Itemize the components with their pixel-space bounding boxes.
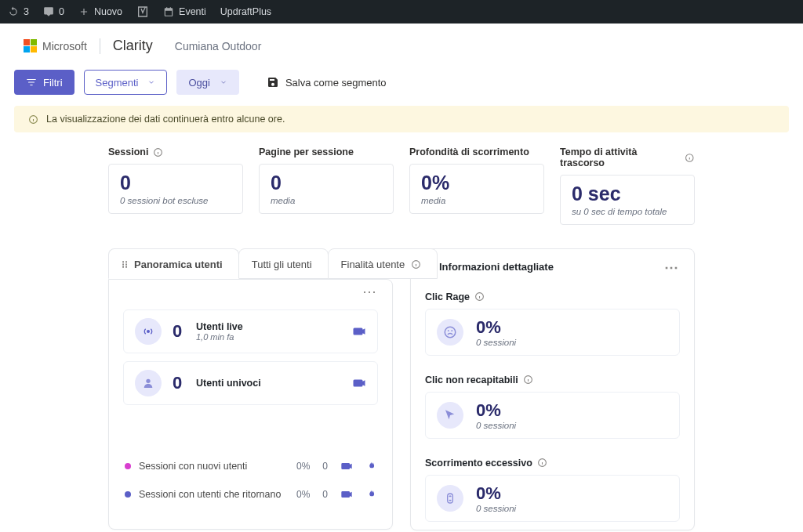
calendar-icon [163, 6, 174, 17]
metric-card[interactable]: 0 0 sessioni bot escluse [108, 164, 243, 214]
ms-logo-icon [24, 39, 37, 52]
wp-yoast[interactable] [136, 5, 149, 18]
camera-icon[interactable] [352, 324, 366, 338]
insights-panel: ⁝⁝ Informazioni dettagliate ⋯ Clic Rage … [410, 248, 695, 530]
wp-comments[interactable]: 0 [43, 6, 64, 17]
wp-updraft-label: UpdraftPlus [220, 6, 271, 17]
tab-overview[interactable]: ⁝⁝ Panoramica utenti [108, 248, 239, 279]
users-panel: ⁝⁝ Panoramica utenti Tutti gli utenti Fi… [108, 248, 393, 530]
metric-card[interactable]: 0 sec su 0 sec di tempo totale [560, 175, 695, 225]
insight-card[interactable]: 0% 0 sessioni [425, 392, 680, 439]
more-menu[interactable]: ⋯ [362, 284, 378, 299]
filters-button[interactable]: Filtri [14, 70, 74, 95]
ms-label: Microsoft [42, 40, 87, 52]
users-tabs: ⁝⁝ Panoramica utenti Tutti gli utenti Fi… [108, 248, 393, 279]
date-range-label: Oggi [188, 77, 209, 89]
metric-value: 0% [421, 172, 532, 194]
svg-rect-10 [448, 494, 453, 503]
tab-label: Tutti gli utenti [252, 259, 312, 270]
live-sub: 1,0 min fa [196, 332, 243, 342]
wp-new[interactable]: Nuovo [78, 6, 122, 17]
fire-icon[interactable] [365, 489, 376, 500]
fire-icon[interactable] [365, 461, 376, 472]
tab-user-intent[interactable]: Finalità utente [328, 248, 438, 279]
svg-point-7 [445, 327, 456, 338]
insight-label: Clic Rage [425, 291, 470, 302]
more-menu[interactable]: ⋯ [664, 260, 680, 274]
wp-updraft[interactable]: UpdraftPlus [220, 6, 271, 17]
clarity-header: Microsoft Clarity Cumiana Outdoor [0, 24, 803, 59]
insight-label: Clic non recapitabili [425, 375, 518, 385]
scroll-icon [437, 485, 463, 512]
info-icon[interactable] [685, 153, 695, 163]
info-icon[interactable] [537, 458, 547, 468]
segments-button[interactable]: Segmenti [84, 70, 168, 95]
insight-card[interactable]: 0% 0 sessioni [425, 309, 680, 356]
rage-icon [437, 319, 463, 346]
save-segment-button[interactable]: Salva come segmento [255, 70, 398, 95]
info-icon [411, 259, 421, 270]
legend-dot [125, 491, 131, 498]
svg-point-5 [146, 378, 150, 382]
metric-value: 0 sec [572, 183, 683, 205]
save-segment-label: Salva come segmento [285, 77, 387, 89]
project-name[interactable]: Cumiana Outdoor [175, 40, 262, 52]
metric-label: Pagine per sessione [259, 147, 354, 157]
metric-sub: su 0 sec di tempo totale [572, 207, 683, 216]
metric-label: Profondità di scorrimento [409, 147, 529, 157]
save-icon [267, 76, 279, 89]
chevron-down-icon [147, 78, 155, 86]
insight-excessive-scroll: Scorrimento eccessivo 0% 0 sessioni [411, 447, 694, 530]
live-label: Utenti live [196, 321, 243, 332]
product-name: Clarity [113, 38, 153, 54]
legend-n: 0 [322, 489, 328, 500]
comment-icon [43, 6, 54, 17]
metric-sub: media [421, 196, 532, 205]
camera-icon[interactable] [340, 460, 353, 472]
info-icon[interactable] [523, 375, 533, 385]
date-range-button[interactable]: Oggi [176, 70, 238, 95]
legend-label: Sessioni con utenti che ritornano [139, 489, 281, 500]
insight-value: 0% [476, 317, 516, 338]
camera-icon[interactable] [340, 488, 353, 501]
grip-icon: ⁝⁝ [122, 259, 128, 270]
insight-dead-clicks: Clic non recapitabili 0% 0 sessioni [411, 364, 694, 447]
info-icon[interactable] [153, 147, 163, 157]
wp-events[interactable]: Eventi [163, 6, 206, 17]
camera-icon[interactable] [352, 376, 366, 390]
insight-value: 0% [476, 400, 516, 421]
wp-updates[interactable]: 3 [8, 6, 29, 17]
legend-pct: 0% [296, 489, 310, 500]
panels-row: ⁝⁝ Panoramica utenti Tutti gli utenti Fi… [108, 248, 695, 530]
legend-n: 0 [322, 461, 328, 472]
insight-card[interactable]: 0% 0 sessioni [425, 475, 680, 522]
metric-value: 0 [271, 172, 382, 194]
user-icon [135, 370, 162, 396]
insight-sub: 0 sessioni [476, 504, 516, 513]
metric-sub: media [271, 196, 382, 205]
insight-rage-clicks: Clic Rage 0% 0 sessioni [411, 280, 694, 364]
tab-all-users[interactable]: Tutti gli utenti [238, 248, 329, 279]
wp-updates-count: 3 [24, 6, 29, 17]
cursor-icon [437, 402, 463, 429]
unique-users-row: 0 Utenti univoci [123, 361, 378, 405]
metrics-row: Sessioni 0 0 sessioni bot escluse Pagine… [108, 147, 695, 225]
plus-icon [78, 6, 89, 17]
broadcast-icon [135, 318, 162, 345]
metric-card[interactable]: 0% media [409, 164, 544, 214]
metric-card[interactable]: 0 media [259, 164, 394, 214]
svg-point-4 [147, 330, 150, 332]
metric-active-time: Tempo di attività trascorso 0 sec su 0 s… [560, 147, 695, 225]
metric-scroll-depth: Profondità di scorrimento 0% media [409, 147, 544, 225]
wp-new-label: Nuovo [94, 6, 122, 17]
wp-events-label: Eventi [179, 6, 206, 17]
metric-sub: 0 sessioni bot escluse [120, 196, 231, 205]
tab-label: Panoramica utenti [134, 259, 223, 270]
metric-sessions: Sessioni 0 0 sessioni bot escluse [108, 147, 243, 225]
live-users-row: 0 Utenti live 1,0 min fa [123, 309, 378, 353]
metric-label: Tempo di attività trascorso [560, 147, 680, 168]
legend-returning-users: Sessioni con utenti che ritornano 0% 0 [123, 480, 378, 508]
filter-icon [26, 77, 37, 88]
legend-dot [125, 463, 131, 469]
info-icon[interactable] [474, 291, 485, 302]
